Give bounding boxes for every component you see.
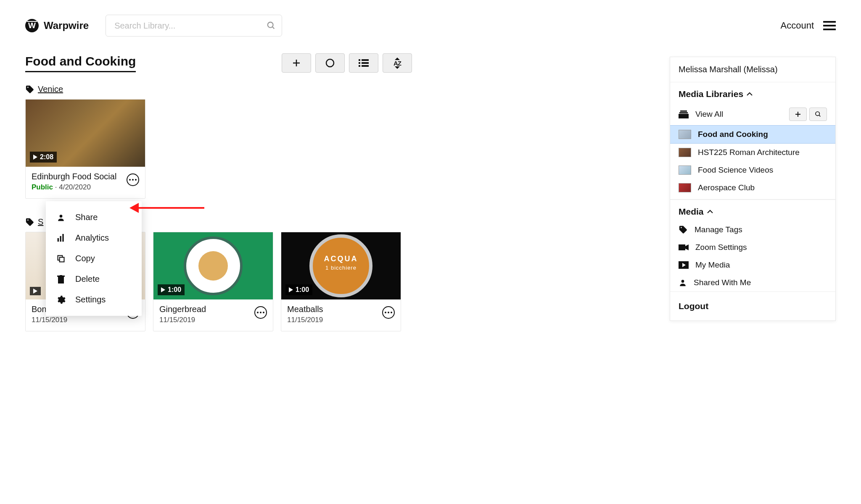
chevron-up-icon [747,92,753,96]
more-options-button[interactable] [127,173,139,186]
toolbar-row: Food and Cooking AZ [25,53,412,73]
brand-name: Warpwire [44,20,89,32]
sidebar-section-libraries[interactable]: Media Libraries [670,82,835,103]
options-dropdown: Share Analytics Copy [46,201,142,316]
header-right: Account [781,20,836,31]
svg-marker-24 [161,287,165,292]
svg-line-1 [272,27,275,29]
svg-rect-20 [58,277,64,284]
library-thumb [679,165,691,175]
meta-separator: · [55,183,59,191]
section-label: Media [679,207,704,217]
svg-point-4 [326,59,334,67]
add-button[interactable] [282,53,311,73]
list-view-button[interactable] [349,53,378,73]
duration-badge: 1:00 [158,284,185,295]
tag-link-venice[interactable]: Venice [38,84,63,94]
card-thumbnail[interactable]: ACQUA 1 bicchiere 1:00 [281,232,401,299]
trash-icon [56,275,66,284]
svg-rect-8 [362,62,369,64]
card-title: Meatballs [287,304,378,314]
card-thumbnail[interactable]: 1:00 [153,232,273,299]
delete-option[interactable]: Delete [46,269,142,289]
section-label: Media Libraries [679,89,743,99]
visibility-label: Public [32,183,53,191]
tag-icon [679,225,688,234]
svg-rect-17 [62,234,63,242]
svg-rect-10 [362,65,369,67]
sidebar-label: Food and Cooking [698,130,768,139]
media-card[interactable]: ACQUA 1 bicchiere 1:00 Meatballs 11/15/2… [281,232,401,331]
svg-rect-9 [359,65,360,67]
sidebar-user: Melissa Marshall (Melissa) [670,57,835,82]
person-icon [679,278,687,287]
sidebar-section-media[interactable]: Media [670,200,835,221]
sidebar-label: Aerospace Club [698,183,755,192]
analytics-option[interactable]: Analytics [46,228,142,248]
card-date: 11/15/2019 [159,316,250,324]
share-option[interactable]: Share [46,207,142,228]
search-input[interactable] [106,15,282,37]
content: Venice 2:08 Edinburgh Food Social Public… [25,84,416,331]
duration-text: 2:08 [40,153,53,161]
svg-rect-33 [679,244,685,250]
sidebar-logout[interactable]: Logout [670,291,835,320]
svg-rect-22 [60,275,62,276]
search-library-button[interactable] [809,108,827,121]
svg-rect-28 [680,110,687,112]
library-actions [789,108,827,121]
sidebar-panel: Melissa Marshall (Melissa) Media Librari… [670,57,836,321]
svg-rect-27 [679,112,688,113]
add-library-button[interactable] [789,108,807,121]
settings-option[interactable]: Settings [46,289,142,310]
dropdown-label: Share [75,213,98,222]
tag-icon [25,218,34,227]
sidebar-my-media[interactable]: My Media [670,256,835,274]
more-options-button[interactable] [254,306,267,319]
svg-point-37 [681,280,684,283]
svg-point-31 [816,112,819,116]
sidebar-library-item[interactable]: Aerospace Club [670,179,835,197]
menu-icon[interactable] [823,21,836,30]
library-thumb [679,183,691,192]
tag-link-2[interactable]: S [38,217,43,227]
sidebar-library-item[interactable]: Food Science Videos [670,161,835,179]
svg-point-14 [60,215,63,218]
sidebar-label: Zoom Settings [695,243,747,252]
card-body: Meatballs 11/15/2019 [281,299,401,331]
svg-marker-34 [685,244,689,250]
search-icon[interactable] [267,21,276,30]
bar-chart-icon [56,234,66,242]
sidebar-zoom-settings[interactable]: Zoom Settings [670,239,835,256]
brand-group: W Warpwire [25,19,89,32]
copy-option[interactable]: Copy [46,248,142,269]
card-title: Gingerbread [159,304,250,314]
duration-text: 1:00 [168,286,181,294]
more-options-button[interactable] [382,306,395,319]
brand-logo: W [25,19,39,32]
sidebar-view-all[interactable]: View All [670,103,835,125]
sort-button[interactable]: AZ [383,53,412,73]
sidebar-label: My Media [695,260,730,270]
duration-badge [30,287,41,295]
svg-rect-5 [359,59,360,61]
sidebar-library-item[interactable]: HST225 Roman Architecture [670,144,835,161]
person-icon [56,213,66,222]
media-card[interactable]: 2:08 Edinburgh Food Social Public · 4/20… [25,99,145,199]
record-button[interactable] [315,53,345,73]
card-date: 4/20/2020 [59,183,91,191]
account-link[interactable]: Account [781,20,814,31]
duration-badge: 2:08 [30,152,57,163]
tag-icon [25,85,34,94]
card-thumbnail[interactable]: 2:08 [26,100,145,167]
sidebar-shared-with-me[interactable]: Shared With Me [670,274,835,291]
media-card[interactable]: 1:00 Gingerbread 11/15/2019 [153,232,273,331]
camera-icon [679,244,689,251]
card-date: 11/15/2019 [287,316,378,324]
copy-icon [56,255,66,263]
sidebar-library-item[interactable]: Food and Cooking [670,125,835,144]
app-header: W Warpwire Account [25,15,836,37]
sidebar-manage-tags[interactable]: Manage Tags [670,221,835,239]
svg-point-0 [268,22,273,28]
sidebar-label: View All [695,110,723,119]
